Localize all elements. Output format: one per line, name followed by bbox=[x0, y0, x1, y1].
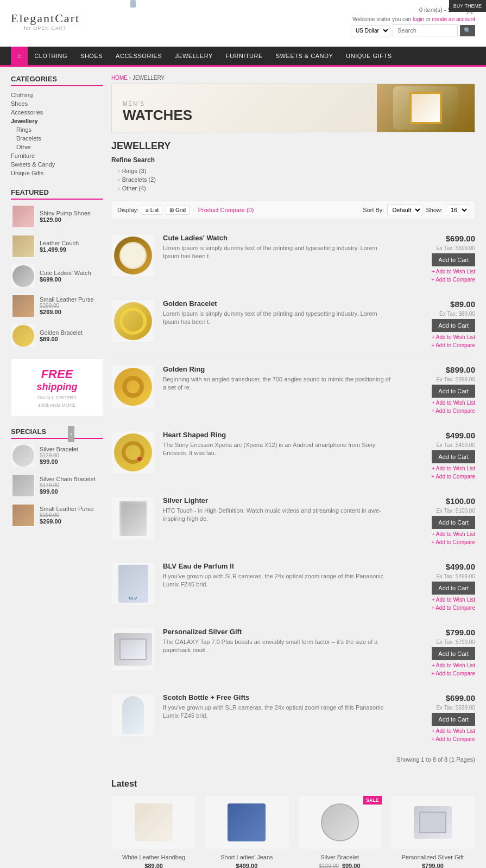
add-to-cart-scotch-bottle[interactable]: Add to Cart bbox=[432, 713, 475, 726]
add-to-cart-heart-shaped-ring[interactable]: Add to Cart bbox=[432, 450, 475, 463]
special-price-silver-bracelet: $99.00 bbox=[40, 458, 78, 465]
latest-prices-ladies-jeans: $499.00 bbox=[204, 863, 289, 868]
login-link[interactable]: login bbox=[413, 16, 424, 22]
nav-item-shoes[interactable]: SHOES bbox=[74, 47, 109, 65]
wish-list-golden-bracelet[interactable]: Add to Wish List bbox=[432, 334, 475, 340]
special-name-chain-bracelet[interactable]: Silver Chain Bracelet bbox=[40, 476, 96, 482]
show-select[interactable]: 16 bbox=[446, 205, 469, 215]
wish-list-heart-shaped-ring[interactable]: Add to Wish List bbox=[432, 465, 475, 471]
currency-select[interactable]: US Dollar bbox=[351, 25, 390, 36]
compare-golden-ring[interactable]: Add to Compare bbox=[431, 408, 475, 414]
search-input[interactable] bbox=[393, 24, 458, 36]
compare-scotch-bottle[interactable]: Add to Compare bbox=[431, 736, 475, 742]
product-name-cute-ladies-watch[interactable]: Cute Ladies' Watch bbox=[163, 234, 391, 242]
sidebar-cat-furniture[interactable]: Furniture bbox=[11, 151, 103, 160]
add-to-cart-blv-parfum[interactable]: Add to Cart bbox=[432, 582, 475, 595]
add-to-cart-silver-lighter[interactable]: Add to Cart bbox=[432, 516, 475, 529]
product-name-scotch-bottle[interactable]: Scotch Bottle + Free Gifts bbox=[163, 693, 391, 701]
wish-list-personalized-silver-gift[interactable]: Add to Wish List bbox=[432, 662, 475, 668]
wish-list-silver-lighter[interactable]: Add to Wish List bbox=[432, 531, 475, 537]
product-name-blv-parfum[interactable]: BLV Eau de Parfum II bbox=[163, 562, 391, 570]
compare-golden-bracelet[interactable]: Add to Compare bbox=[431, 342, 475, 348]
latest-name-white-handbag[interactable]: White Leather Handbag bbox=[111, 854, 196, 860]
free-shipping-banner: FREE shipping ON ALL ORDERS 100$ AND MOR… bbox=[11, 359, 103, 417]
sidebar-cat-accessories[interactable]: Accessories bbox=[11, 108, 103, 117]
product-item-personalized-silver-gift: Personalized Silver Gift The GALAXY Tap … bbox=[111, 620, 475, 685]
featured-name-watch[interactable]: Cute Ladies' Watch bbox=[40, 270, 91, 276]
featured-name-purse[interactable]: Small Leather Purse bbox=[40, 296, 94, 303]
refine-bracelets[interactable]: Bracelets (2) bbox=[111, 175, 475, 184]
product-item-heart-shaped-ring: Heart Shaped Ring The Sony Ericsson Xper… bbox=[111, 423, 475, 488]
product-name-silver-lighter[interactable]: Silver Lighter bbox=[163, 496, 391, 505]
add-to-cart-personalized-silver-gift[interactable]: Add to Cart bbox=[432, 647, 475, 660]
sidebar-cat-unique-gifts[interactable]: Unique Gifts bbox=[11, 169, 103, 177]
compare-personalized-silver-gift[interactable]: Add to Compare bbox=[431, 671, 475, 676]
nav-item-unique-gifts[interactable]: UNIQUE GIFTS bbox=[339, 47, 398, 65]
search-button[interactable]: 🔍 bbox=[460, 25, 475, 36]
buy-theme-banner[interactable]: BUY THEME bbox=[449, 0, 486, 12]
latest-name-silver-bracelet-latest[interactable]: Silver Bracelet bbox=[298, 854, 382, 860]
nav-home[interactable]: ⌂ bbox=[11, 47, 28, 65]
compare-heart-shaped-ring[interactable]: Add to Compare bbox=[431, 474, 475, 480]
add-to-cart-golden-ring[interactable]: Add to Cart bbox=[432, 385, 475, 398]
banner-image bbox=[377, 84, 475, 132]
featured-item-purse: Small Leather Purse $299.00 $269.00 bbox=[11, 293, 103, 318]
sidebar-sub-other-link[interactable]: Other bbox=[16, 143, 103, 151]
product-name-golden-ring[interactable]: Golden Ring bbox=[163, 365, 391, 373]
product-ex-tax-scotch-bottle: Ex Tax: $699.00 bbox=[436, 705, 475, 711]
sidebar-sub-bracelets-link[interactable]: Bracelets bbox=[16, 134, 103, 143]
nav-item-sweets[interactable]: SWEETS & CANDY bbox=[269, 47, 339, 65]
product-price-golden-bracelet: $89.00 bbox=[450, 299, 475, 309]
refine-other[interactable]: Other (4) bbox=[111, 184, 475, 193]
wish-list-cute-ladies-watch[interactable]: Add to Wish List bbox=[432, 269, 475, 275]
featured-thumb-couch bbox=[11, 234, 35, 258]
breadcrumb-jewellery[interactable]: JEWELLERY bbox=[132, 75, 165, 81]
list-view-btn[interactable]: ≡ List bbox=[142, 206, 162, 215]
featured-name-shoes[interactable]: Shiny Pump Shoes bbox=[40, 210, 91, 216]
featured-thumb-shoes bbox=[11, 204, 35, 228]
featured-name-bracelet[interactable]: Golden Bracelet bbox=[40, 329, 83, 336]
featured-price-watch: $699.00 bbox=[40, 276, 91, 283]
special-name-silver-bracelet[interactable]: Silver Bracelet bbox=[40, 446, 78, 452]
product-name-heart-shaped-ring[interactable]: Heart Shaped Ring bbox=[163, 431, 391, 439]
sidebar-cat-jewellery[interactable]: Jewellery bbox=[11, 117, 103, 125]
wish-list-scotch-bottle[interactable]: Add to Wish List bbox=[432, 728, 475, 734]
compare-blv-parfum[interactable]: Add to Compare bbox=[431, 605, 475, 611]
latest-name-ladies-jeans[interactable]: Short Ladies' Jeans bbox=[204, 854, 289, 860]
welcome-text: Welcome visitor you can bbox=[352, 16, 411, 22]
product-name-golden-bracelet[interactable]: Golden Bracelet bbox=[163, 299, 391, 308]
sidebar-sub-rings-link[interactable]: Rings bbox=[16, 125, 103, 134]
nav-item-accessories[interactable]: ACCESSORIES bbox=[109, 47, 168, 65]
sort-select[interactable]: Default bbox=[387, 205, 422, 215]
featured-info-purse: Small Leather Purse $299.00 $269.00 bbox=[40, 296, 94, 315]
latest-price-white-handbag: $89.00 bbox=[144, 863, 163, 868]
latest-price-personalized-silver-gift-latest: $799.00 bbox=[422, 863, 444, 868]
sidebar-cat-clothing[interactable]: Clothing bbox=[11, 91, 103, 99]
product-price-silver-lighter: $100.00 bbox=[446, 496, 475, 506]
special-name-leather-purse[interactable]: Small Leather Purse bbox=[40, 506, 94, 512]
nav-item-clothing[interactable]: CLOTHING bbox=[28, 47, 74, 65]
grid-view-btn[interactable]: ⊞ Grid bbox=[166, 206, 190, 215]
latest-name-personalized-silver-gift-latest[interactable]: Personalized Silver Gift bbox=[390, 854, 475, 860]
wish-list-golden-ring[interactable]: Add to Wish List bbox=[432, 400, 475, 406]
add-to-cart-cute-ladies-watch[interactable]: Add to Cart bbox=[432, 253, 475, 266]
featured-name-couch[interactable]: Leather Couch bbox=[40, 240, 79, 246]
special-item-silver-bracelet: Silver Bracelet $129.00 $99.00 bbox=[11, 443, 103, 468]
breadcrumb-home[interactable]: HOME bbox=[111, 75, 128, 81]
wish-list-blv-parfum[interactable]: Add to Wish List bbox=[432, 597, 475, 603]
sidebar-cat-shoes[interactable]: Shoes bbox=[11, 99, 103, 108]
sidebar-cat-sweets[interactable]: Sweets & Candy bbox=[11, 160, 103, 169]
featured-thumb-watch bbox=[11, 264, 35, 288]
special-old-price-leather-purse: $299.00 bbox=[40, 512, 94, 518]
create-account-link[interactable]: create an account bbox=[432, 16, 476, 22]
compare-link[interactable]: Product Compare (0) bbox=[198, 207, 254, 213]
nav-item-furniture[interactable]: FURNITURE bbox=[219, 47, 269, 65]
refine-rings[interactable]: Rings (3) bbox=[111, 167, 475, 175]
compare-silver-lighter[interactable]: Add to Compare bbox=[431, 539, 475, 545]
sidebar-toggle[interactable]: › bbox=[68, 426, 74, 442]
nav-item-jewellery[interactable]: JEWELLERY bbox=[168, 47, 219, 65]
compare-cute-ladies-watch[interactable]: Add to Compare bbox=[431, 277, 475, 283]
product-info-cute-ladies-watch: Cute Ladies' Watch Lorem Ipsum is simply… bbox=[163, 234, 391, 261]
product-name-personalized-silver-gift[interactable]: Personalized Silver Gift bbox=[163, 628, 391, 636]
add-to-cart-golden-bracelet[interactable]: Add to Cart bbox=[432, 319, 475, 332]
